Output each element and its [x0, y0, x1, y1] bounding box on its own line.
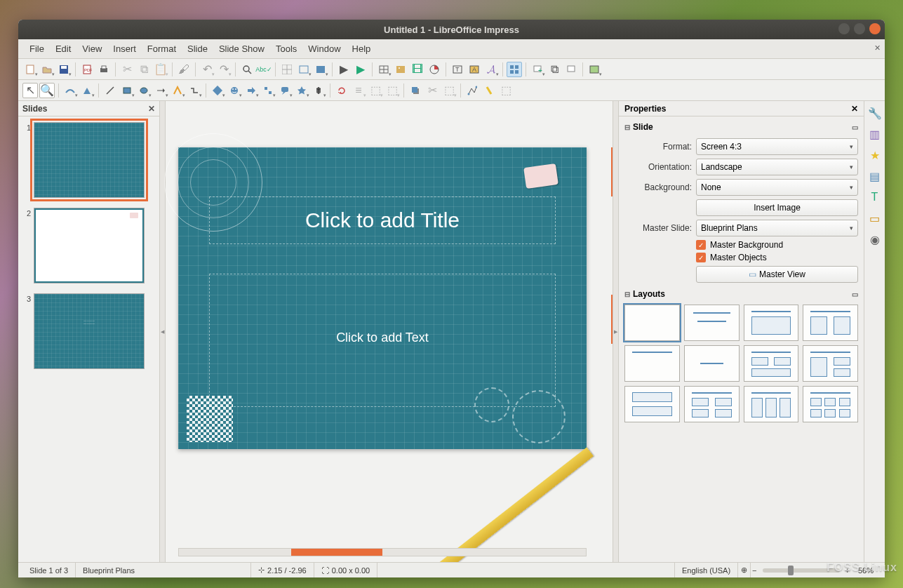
- section-menu-icon[interactable]: ▭: [852, 123, 858, 131]
- distribute-icon[interactable]: ⬚: [384, 83, 400, 98]
- menu-tools[interactable]: Tools: [270, 41, 302, 57]
- menu-edit[interactable]: Edit: [50, 41, 76, 57]
- callouts-icon[interactable]: [277, 83, 293, 98]
- image-icon[interactable]: [393, 62, 408, 77]
- sidetab-slides-icon[interactable]: ▥: [867, 126, 883, 142]
- table-icon[interactable]: [376, 62, 392, 77]
- line-icon[interactable]: [102, 83, 118, 98]
- undo-icon[interactable]: ↶: [199, 62, 215, 77]
- arrow-line-icon[interactable]: [153, 83, 168, 98]
- rotate-icon[interactable]: [334, 83, 349, 98]
- points-icon[interactable]: [464, 83, 480, 98]
- master-slide-icon[interactable]: [313, 62, 328, 77]
- slides-panel-close-icon[interactable]: ✕: [148, 104, 155, 114]
- filter-icon[interactable]: ⬚: [441, 83, 457, 98]
- line-color-icon[interactable]: [62, 83, 78, 98]
- status-language[interactable]: English (USA): [675, 563, 738, 577]
- 3d-objects-icon[interactable]: [311, 83, 326, 98]
- master-background-check[interactable]: ✓Master Background: [696, 240, 858, 250]
- rectangle-icon[interactable]: [119, 83, 135, 98]
- gluepoints-icon[interactable]: [481, 83, 497, 98]
- align-icon[interactable]: ≡: [351, 83, 366, 98]
- minimize-button[interactable]: [838, 23, 850, 34]
- right-splitter[interactable]: [613, 101, 618, 562]
- slide-canvas[interactable]: Click to add Title Click to add Text: [178, 147, 587, 449]
- layout-title-only[interactable]: [624, 345, 680, 382]
- connector-icon[interactable]: [187, 83, 202, 98]
- background-combo[interactable]: None: [696, 179, 858, 196]
- masterslide-combo[interactable]: Blueprint Plans: [696, 220, 858, 236]
- crop-icon[interactable]: ✂: [424, 83, 440, 98]
- slide-layout-icon[interactable]: [587, 62, 602, 77]
- textbox-icon[interactable]: T: [450, 62, 465, 77]
- sidetab-properties-icon[interactable]: 🔧: [867, 105, 883, 121]
- layout-6a[interactable]: [744, 386, 799, 422]
- find-replace-icon[interactable]: [239, 62, 255, 77]
- menu-slideshow[interactable]: Slide Show: [213, 41, 270, 57]
- orientation-combo[interactable]: Landscape: [696, 159, 858, 175]
- redo-icon[interactable]: ↷: [216, 62, 232, 77]
- slide-thumb-3[interactable]: 3 ···· ···· ···· ········ ···· ···· ····: [21, 293, 156, 369]
- stars-icon[interactable]: [294, 83, 309, 98]
- arrange-icon[interactable]: ⬚: [368, 83, 383, 98]
- close-button[interactable]: [869, 23, 881, 34]
- grid-icon[interactable]: [279, 62, 295, 77]
- menu-slide[interactable]: Slide: [182, 41, 213, 57]
- extrusion-icon[interactable]: ⬚: [498, 83, 514, 98]
- ellipse-icon[interactable]: [136, 83, 152, 98]
- select-tool-icon[interactable]: ↖: [22, 83, 38, 98]
- menu-insert[interactable]: Insert: [107, 41, 142, 57]
- title-placeholder[interactable]: Click to add Title: [209, 196, 556, 244]
- shadow-icon[interactable]: [408, 83, 423, 98]
- canvas-area[interactable]: Click to add Title Click to add Text: [160, 101, 618, 562]
- layout-2x2[interactable]: [744, 345, 799, 382]
- insert-image-button[interactable]: Insert Image: [696, 199, 858, 216]
- sidetab-animation-icon[interactable]: ◉: [867, 232, 883, 247]
- section-menu-icon[interactable]: ▭: [852, 290, 858, 298]
- basic-shapes-icon[interactable]: [210, 83, 225, 98]
- paste-icon[interactable]: 📋: [153, 62, 168, 77]
- curve-icon[interactable]: [170, 83, 185, 98]
- fill-color-icon[interactable]: [79, 83, 95, 98]
- section-slide[interactable]: Slide▭: [624, 119, 858, 135]
- new-doc-icon[interactable]: [22, 62, 38, 77]
- sidetab-gallery-icon[interactable]: ★: [867, 147, 883, 163]
- layout-two-content[interactable]: [803, 305, 858, 341]
- menu-view[interactable]: View: [76, 41, 107, 57]
- slide-thumb-1[interactable]: 1: [21, 122, 156, 198]
- doc-close-icon[interactable]: ✕: [874, 44, 881, 53]
- layout-4box[interactable]: [684, 386, 740, 422]
- flowchart-icon[interactable]: [260, 83, 276, 98]
- media-icon[interactable]: 🎞: [410, 62, 425, 77]
- slide-thumb-2[interactable]: 2: [21, 208, 156, 283]
- display-views-icon[interactable]: [296, 62, 312, 77]
- menu-help[interactable]: Help: [347, 41, 377, 57]
- format-combo[interactable]: Screen 4:3: [696, 138, 858, 155]
- menu-format[interactable]: Format: [142, 41, 182, 57]
- start-current-icon[interactable]: ▶: [353, 62, 368, 77]
- save-icon[interactable]: [56, 62, 72, 77]
- zoom-pan-icon[interactable]: 🔍: [39, 83, 55, 98]
- master-objects-check[interactable]: ✓Master Objects: [696, 253, 858, 262]
- layout-title[interactable]: [684, 305, 740, 341]
- clone-format-icon[interactable]: 🖌: [176, 62, 192, 77]
- menu-file[interactable]: File: [24, 41, 50, 57]
- symbol-shapes-icon[interactable]: [227, 83, 242, 98]
- fontwork-icon[interactable]: 𝓐: [483, 62, 499, 77]
- layout-2x2b[interactable]: [803, 345, 858, 382]
- show-draw-icon[interactable]: [507, 62, 522, 77]
- chart-icon[interactable]: [427, 62, 442, 77]
- horizontal-scrollbar[interactable]: [178, 548, 587, 556]
- open-icon[interactable]: [39, 62, 55, 77]
- master-view-button[interactable]: ▭Master View: [696, 266, 858, 283]
- cut-icon[interactable]: ✂: [119, 62, 135, 77]
- zoom-out-icon[interactable]: −: [751, 563, 758, 577]
- sidetab-master-icon[interactable]: ▭: [867, 211, 883, 226]
- block-arrows-icon[interactable]: [243, 83, 259, 98]
- sidetab-shapes-icon[interactable]: T: [867, 189, 883, 205]
- properties-close-icon[interactable]: ✕: [851, 104, 858, 114]
- layout-blank[interactable]: [624, 305, 680, 341]
- maximize-button[interactable]: [854, 23, 865, 34]
- start-beginning-icon[interactable]: ▶: [336, 62, 352, 77]
- layout-centered[interactable]: [684, 345, 740, 382]
